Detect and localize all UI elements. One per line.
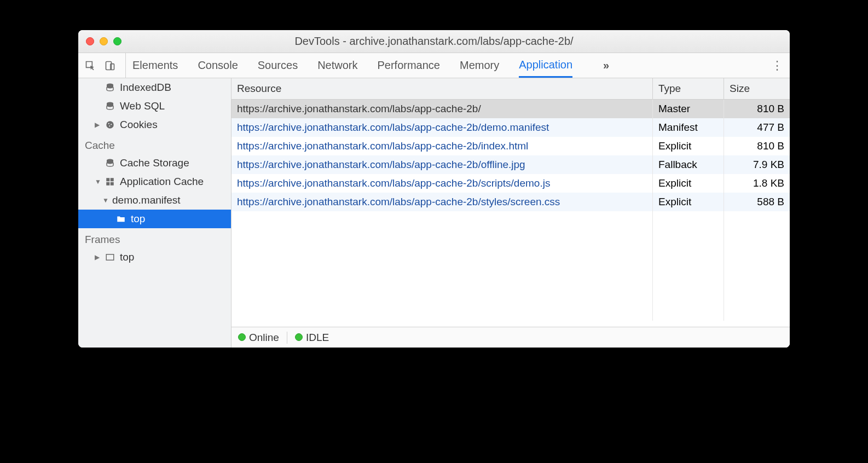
table-row[interactable]: https://archive.jonathanstark.com/labs/a… [232,174,790,193]
expand-arrow-icon: ▶ [95,253,100,261]
tab-elements[interactable]: Elements [132,53,178,78]
status-online: Online [238,332,279,344]
sidebar-item-websql[interactable]: Web SQL [78,97,231,115]
cell-size: 588 B [724,193,790,211]
window-title: DevTools - archive.jonathanstark.com/lab… [78,35,790,48]
device-mode-icon[interactable] [105,60,115,71]
cell-resource: https://archive.jonathanstark.com/labs/a… [232,155,653,174]
cell-size: 477 B [724,118,790,137]
main-panel: Resource Type Size https://archive.jonat… [232,78,790,348]
sidebar-item-application-cache[interactable]: ▼ Application Cache [78,172,231,191]
sidebar-label: Cookies [120,119,158,131]
tab-network[interactable]: Network [317,53,357,78]
sidebar-section-cache: Cache [78,134,231,154]
tab-application[interactable]: Application [519,53,572,78]
cell-resource: https://archive.jonathanstark.com/labs/a… [232,118,653,137]
table-row[interactable]: https://archive.jonathanstark.com/labs/a… [232,137,790,155]
body: IndexedDB Web SQL ▶ Cookies Cache [78,78,790,348]
tab-console[interactable]: Console [198,53,238,78]
sidebar-item-manifest[interactable]: ▼ demo.manifest [78,191,231,210]
cell-type: Manifest [653,118,724,137]
sidebar-label: IndexedDB [120,82,171,94]
cell-type: Explicit [653,137,724,155]
table-row[interactable]: https://archive.jonathanstark.com/labs/a… [232,118,790,137]
table-row[interactable]: https://archive.jonathanstark.com/labs/a… [232,100,790,118]
expand-arrow-icon: ▼ [95,178,100,186]
svg-point-5 [108,123,109,124]
table-row[interactable]: https://archive.jonathanstark.com/labs/a… [232,155,790,174]
sidebar-item-top[interactable]: top [78,210,231,228]
status-separator [287,332,287,344]
tab-performance[interactable]: Performance [378,53,441,78]
table-header: Resource Type Size [232,78,790,100]
cell-resource: https://archive.jonathanstark.com/labs/a… [232,100,653,118]
inspect-element-icon[interactable] [85,60,96,71]
sidebar-label: top [131,213,145,225]
cell-resource: https://archive.jonathanstark.com/labs/a… [232,193,653,211]
status-state: IDLE [295,332,329,344]
sidebar-label: top [120,251,134,263]
cell-type: Explicit [653,174,724,193]
sidebar-label: demo.manifest [112,194,181,206]
cell-size: 810 B [724,100,790,118]
sidebar-label: Cache Storage [120,157,189,169]
svg-rect-13 [106,254,114,261]
statusbar: Online IDLE [232,327,790,348]
sidebar: IndexedDB Web SQL ▶ Cookies Cache [78,78,232,348]
table-body: https://archive.jonathanstark.com/labs/a… [232,100,790,327]
toolbar: Elements Console Sources Network Perform… [78,53,790,78]
titlebar: DevTools - archive.jonathanstark.com/lab… [78,30,790,53]
tabs: Elements Console Sources Network Perform… [132,53,755,78]
col-header-size[interactable]: Size [724,78,790,99]
sidebar-item-frames-top[interactable]: ▶ top [78,248,231,267]
cell-size: 1.8 KB [724,174,790,193]
sidebar-item-indexeddb[interactable]: IndexedDB [78,78,231,97]
cell-type: Fallback [653,155,724,174]
col-header-resource[interactable]: Resource [232,78,653,99]
grid-icon [105,176,115,187]
devtools-window: DevTools - archive.jonathanstark.com/lab… [78,30,790,348]
svg-point-6 [111,124,112,125]
expand-arrow-icon: ▶ [95,121,100,129]
expand-arrow-icon: ▼ [102,196,108,204]
toolbar-menu-icon[interactable]: ⋮ [755,59,783,73]
sidebar-section-frames: Frames [78,228,231,248]
tab-memory[interactable]: Memory [460,53,499,78]
toolbar-icon-group [85,53,126,78]
cell-type: Master [653,100,724,118]
tabs-overflow[interactable]: » [603,59,609,72]
svg-rect-11 [106,182,109,186]
sidebar-item-cache-storage[interactable]: Cache Storage [78,154,231,172]
database-icon [105,82,115,93]
sidebar-item-cookies[interactable]: ▶ Cookies [78,115,231,134]
cell-resource: https://archive.jonathanstark.com/labs/a… [232,137,653,155]
sidebar-label: Web SQL [120,100,165,112]
database-icon [105,101,115,112]
cell-size: 7.9 KB [724,155,790,174]
svg-rect-9 [106,178,109,181]
cell-type: Explicit [653,193,724,211]
cell-resource: https://archive.jonathanstark.com/labs/a… [232,174,653,193]
online-dot-icon [238,333,246,341]
svg-point-7 [109,125,110,126]
svg-point-4 [106,121,114,129]
col-header-type[interactable]: Type [653,78,724,99]
tab-sources[interactable]: Sources [258,53,298,78]
cell-size: 810 B [724,137,790,155]
svg-rect-12 [111,182,114,186]
cookie-icon [105,119,115,130]
folder-icon [115,213,126,224]
sidebar-label: Application Cache [120,176,204,188]
svg-rect-10 [111,178,114,181]
table-row[interactable]: https://archive.jonathanstark.com/labs/a… [232,193,790,211]
database-icon [105,158,115,169]
state-dot-icon [295,333,303,341]
frame-icon [105,252,115,263]
